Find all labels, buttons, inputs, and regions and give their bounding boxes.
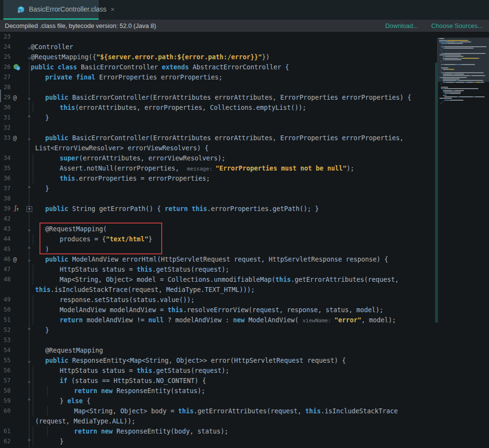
code-line[interactable]: public class BasicErrorController extend… <box>31 62 289 72</box>
line-number[interactable]: 36 <box>0 173 11 184</box>
fold-marker[interactable]: ⌃ <box>26 184 32 194</box>
line-number[interactable]: 28 <box>0 82 11 92</box>
line-number[interactable]: 51 <box>0 315 11 325</box>
line-number[interactable]: 54 <box>0 345 11 356</box>
line-number[interactable]: 61 <box>0 426 11 436</box>
fold-marker[interactable]: ⌃ <box>26 113 32 123</box>
code-line[interactable]: public String getErrorPath() { return th… <box>45 204 319 214</box>
fold-marker[interactable]: ⌄ <box>26 92 32 103</box>
line-number[interactable]: 35 <box>0 163 11 173</box>
code-line[interactable]: public ModelAndView errorHtml(HttpServle… <box>45 254 388 264</box>
code-line[interactable]: return new ResponseEntity(body, status); <box>74 426 228 436</box>
minimap-line <box>444 95 446 96</box>
code-line[interactable]: public BasicErrorController(ErrorAttribu… <box>45 133 404 143</box>
annotation-gutter-icon[interactable]: @ <box>13 133 17 143</box>
download-link[interactable]: Download... <box>385 22 418 29</box>
line-number[interactable]: 46 <box>0 254 11 264</box>
line-number[interactable]: 55 <box>0 356 11 366</box>
code-line[interactable]: (request, MediaType.ALL)); <box>35 416 135 426</box>
annotation-gutter-icon[interactable]: @ <box>13 254 17 264</box>
line-number[interactable]: 34 <box>0 153 11 163</box>
override-gutter-icon[interactable]: ʃ↑ <box>13 205 20 212</box>
fold-marker[interactable]: ⌄ <box>26 254 32 264</box>
code-line[interactable]: @Controller <box>31 42 73 52</box>
code-line[interactable]: public ResponseEntity<Map<String, Object… <box>45 356 346 366</box>
code-line[interactable]: response.setStatus(status.value()); <box>60 295 194 305</box>
fold-marker[interactable]: ⌃ <box>26 325 32 335</box>
line-number[interactable]: 53 <box>0 335 11 345</box>
line-number[interactable]: 26 <box>0 62 11 72</box>
fold-marker[interactable]: ⌄ <box>26 376 32 386</box>
minimap[interactable] <box>437 32 489 448</box>
fold-expand-marker[interactable]: + <box>26 206 32 212</box>
line-number[interactable]: 25 <box>0 52 11 62</box>
code-line[interactable]: public BasicErrorController(ErrorAttribu… <box>45 92 412 103</box>
line-number[interactable]: 27 <box>0 72 11 82</box>
line-number[interactable]: 43 <box>0 224 11 234</box>
code-line[interactable]: } <box>60 436 64 447</box>
line-number[interactable]: 47 <box>0 264 11 275</box>
line-number[interactable]: 59 <box>0 396 11 406</box>
code-line[interactable]: } <box>45 325 49 335</box>
tab-close-icon[interactable]: × <box>111 6 115 13</box>
class-gutter-icon[interactable]: c <box>13 64 20 71</box>
code-line[interactable]: Assert.notNull(errorProperties, message:… <box>60 163 354 174</box>
code-editor[interactable]: 2324⌄@Controller25⌄@RequestMapping({"${s… <box>0 32 489 448</box>
fold-marker[interactable]: ⌄ <box>26 224 32 234</box>
line-number[interactable]: 44 <box>0 234 11 244</box>
code-line[interactable]: this(errorAttributes, errorProperties, C… <box>60 103 306 113</box>
fold-marker[interactable]: ⌃ <box>26 244 32 254</box>
fold-marker[interactable]: ⌄ <box>26 133 32 143</box>
code-line[interactable]: return modelAndView != null ? modelAndVi… <box>60 315 396 326</box>
line-number[interactable]: 60 <box>0 406 11 416</box>
code-line[interactable]: this.errorProperties = errorProperties; <box>60 173 210 184</box>
code-line[interactable]: @RequestMapping <box>45 345 103 356</box>
code-line[interactable]: List<ErrorViewResolver> errorViewResolve… <box>35 143 208 153</box>
code-line[interactable]: ModelAndView modelAndView = this.resolve… <box>60 305 383 315</box>
code-line[interactable]: Map<String, Object> body = this.getError… <box>74 406 398 416</box>
fold-marker[interactable]: ⌃ <box>26 396 32 406</box>
code-line[interactable]: } else { <box>60 396 90 406</box>
line-number[interactable]: 57 <box>0 376 11 386</box>
line-number[interactable]: 58 <box>0 386 11 396</box>
choose-sources-link[interactable]: Choose Sources... <box>431 22 483 29</box>
line-number[interactable]: 42 <box>0 214 11 224</box>
code-text: String getErrorPath() { <box>72 205 165 212</box>
code-line[interactable]: } <box>45 113 49 123</box>
code-line[interactable]: private final ErrorProperties errorPrope… <box>45 72 222 82</box>
line-number[interactable]: 49 <box>0 295 11 305</box>
line-number[interactable]: 38 <box>0 194 11 204</box>
line-number[interactable]: 45 <box>0 244 11 254</box>
code-line[interactable]: @RequestMapping({"${server.error.path:${… <box>31 52 270 62</box>
line-number[interactable]: 29 <box>0 92 11 103</box>
line-number[interactable]: 52 <box>0 325 11 335</box>
code-line[interactable]: Map<String, Object> model = Collections.… <box>60 275 399 285</box>
fold-marker[interactable]: ⌃ <box>26 436 32 447</box>
fold-marker[interactable]: ⌄ <box>26 356 32 366</box>
line-number[interactable]: 32 <box>0 123 11 133</box>
scrollbar-thumb[interactable] <box>435 63 438 323</box>
line-number[interactable]: 56 <box>0 366 11 376</box>
code-line[interactable]: HttpStatus status = this.getStatus(reque… <box>60 366 229 376</box>
minimap-line <box>452 90 454 91</box>
code-line[interactable]: this.isIncludeStackTrace(request, MediaT… <box>35 285 255 295</box>
minimap-line <box>459 41 471 42</box>
line-number[interactable]: 48 <box>0 275 11 285</box>
line-number[interactable]: 37 <box>0 184 11 194</box>
line-number[interactable]: 23 <box>0 32 11 42</box>
line-number[interactable]: 31 <box>0 113 11 123</box>
line-number[interactable]: 24 <box>0 42 11 52</box>
line-number[interactable]: 50 <box>0 305 11 315</box>
annotation-gutter-icon[interactable]: @ <box>13 92 17 103</box>
code-line[interactable]: } <box>45 184 49 194</box>
line-number[interactable]: 33 <box>0 133 11 143</box>
code-line[interactable]: HttpStatus status = this.getStatus(reque… <box>60 264 229 275</box>
code-line[interactable]: super(errorAttributes, errorViewResolver… <box>60 153 225 163</box>
line-number[interactable]: 62 <box>0 436 11 447</box>
code-line[interactable]: return new ResponseEntity(status); <box>74 386 205 396</box>
code-line[interactable]: if (status == HttpStatus.NO_CONTENT) { <box>60 376 206 386</box>
line-number[interactable]: 39 <box>0 204 11 214</box>
code-text: (request, MediaType.ALL)); <box>35 418 135 425</box>
editor-tab[interactable]: BasicErrorController.class × <box>3 0 99 18</box>
line-number[interactable]: 30 <box>0 103 11 113</box>
